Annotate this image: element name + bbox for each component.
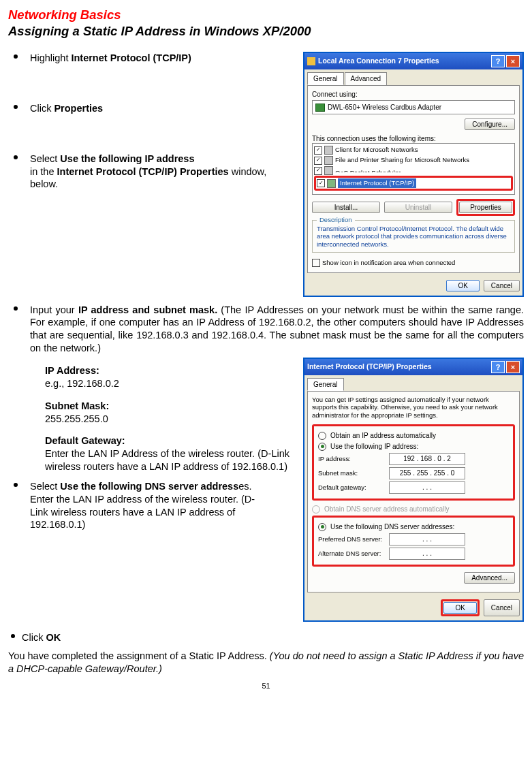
subnet-mask-heading: Subnet Mask: [45,400,290,413]
checkbox-show-icon[interactable] [312,259,320,267]
label-default-gateway: Default gateway: [318,484,385,492]
client-icon [324,146,333,155]
label-alternate-dns: Alternate DNS server: [318,550,385,558]
description-legend: Description [317,216,355,224]
help-button[interactable]: ? [491,55,505,67]
checkbox-icon[interactable]: ✓ [314,167,322,175]
tab-general[interactable]: General [307,378,344,391]
label-use-ip: Use the following IP address: [330,442,418,451]
cancel-button[interactable]: Cancel [484,599,520,616]
adapter-name: DWL-650+ Wireless Cardbus Adapter [328,103,441,112]
advanced-button[interactable]: Advanced... [464,572,515,584]
label-obtain-ip: Obtain an IP address automatically [330,431,436,440]
text-bold: Internet Protocol (TCP/IP) [71,52,191,63]
titlebar: Internet Protocol (TCP/IP) Properties ? … [304,359,522,375]
text: Click [22,632,46,643]
text: Enter the LAN IP address of the wireless… [30,494,255,531]
text-bold: Use the following IP address [60,153,194,164]
window-title: Local Area Connection 7 Properties [318,57,490,66]
ip-address-example: e.g., 192.168.0.2 [45,377,290,390]
text: Select [30,481,60,492]
text: You have completed the assignment of a S… [8,650,270,661]
tcpip-properties-window: Internet Protocol (TCP/IP) Properties ? … [303,358,524,622]
fp-icon [324,156,333,165]
item-file-print: File and Printer Sharing for Microsoft N… [335,156,469,164]
tab-general[interactable]: General [307,72,344,85]
radio-use-dns[interactable] [318,523,326,531]
text-bold: OK [46,632,61,643]
lan-properties-window: Local Area Connection 7 Properties ? × G… [303,52,524,297]
items-listbox[interactable]: ✓Client for Microsoft Networks ✓File and… [312,143,515,195]
text: Select [30,153,60,164]
label-uses-items: This connection uses the following items… [312,134,515,143]
label-subnet-mask: Subnet mask: [318,469,385,477]
cancel-button[interactable]: Cancel [484,280,520,291]
bullet-use-dns: Select Use the following DNS server addr… [8,480,290,531]
description-text: Transmission Control Protocol/Internet P… [317,225,510,248]
checkbox-icon[interactable]: ✓ [317,179,325,187]
subnet-mask-value: 255.255.255.0 [45,413,290,426]
input-ip-address[interactable]: 192 . 168 . 0 . 2 [389,453,465,465]
closing-text: You have completed the assignment of a S… [8,650,524,676]
label-obtain-dns: Obtain DNS server address automatically [324,505,449,513]
bullet-click-properties: Click Properties [8,102,290,115]
text: Click [30,103,54,114]
checkbox-icon[interactable]: ✓ [314,157,322,165]
ip-address-heading: IP Address: [45,364,290,377]
close-button[interactable]: × [506,361,520,373]
bullet-highlight: Highlight Internet Protocol (TCP/IP) [8,52,290,65]
configure-button[interactable]: Configure... [465,118,515,130]
input-default-gateway[interactable]: . . . [389,481,465,494]
input-preferred-dns[interactable]: . . . [389,533,465,545]
label-connect-using: Connect using: [312,90,515,99]
text-bold: Use the following DNS server address [60,481,238,492]
radio-obtain-ip[interactable] [318,432,326,440]
label-preferred-dns: Preferred DNS server: [318,535,385,543]
radio-obtain-dns [312,505,320,513]
text: Input your [30,304,78,315]
checkbox-icon[interactable]: ✓ [314,146,322,155]
tab-advanced[interactable]: Advanced [345,72,387,85]
default-gateway-text: Enter the LAN IP Address of the wireless… [45,447,290,473]
window-icon [307,57,315,65]
input-alternate-dns[interactable]: . . . [389,548,465,560]
default-gateway-heading: Default Gateway: [45,434,290,447]
uninstall-button: Uninstall [384,202,452,213]
properties-button[interactable]: Properties [459,202,512,213]
input-subnet-mask[interactable]: 255 . 255 . 255 . 0 [389,467,465,479]
adapter-field: DWL-650+ Wireless Cardbus Adapter [312,100,515,114]
label-show-icon: Show icon in notification area when conn… [322,259,455,267]
bullet-use-following-ip: Select Use the following IP address in t… [8,153,290,191]
qos-icon [324,166,333,175]
radio-use-ip[interactable] [318,443,326,451]
window-title: Internet Protocol (TCP/IP) Properties [307,362,490,372]
bullet-click-ok: Click OK [8,631,524,644]
page-title: Networking Basics [8,7,524,23]
label-use-dns: Use the following DNS server addresses: [330,522,454,531]
ok-button[interactable]: OK [443,602,476,614]
text-bold: Internet Protocol (TCP/IP) Properties [57,166,229,177]
text: in the [30,166,57,177]
text: es. [238,481,251,492]
item-qos: QoS Packet Scheduler [335,169,401,172]
ok-button[interactable]: OK [446,280,479,291]
titlebar: Local Area Connection 7 Properties ? × [304,53,522,69]
help-button[interactable]: ? [491,361,505,373]
bullet-input-ip: Input your IP address and subnet mask. (… [8,304,524,355]
install-button[interactable]: Install... [312,202,380,213]
item-client: Client for Microsoft Networks [335,146,418,154]
text-bold: Properties [54,103,103,114]
text: Highlight [30,52,71,63]
tcp-icon [327,179,336,188]
page-number: 51 [8,681,524,691]
label-ip-address: IP address: [318,455,385,463]
intro-text: You can get IP settings assigned automat… [312,396,515,419]
page-subtitle: Assigning a Static IP Address in Windows… [8,23,524,39]
close-button[interactable]: × [506,55,520,67]
text-bold: IP address and subnet mask. [78,304,217,315]
item-tcpip[interactable]: Internet Protocol (TCP/IP) [338,178,416,188]
network-adapter-icon [315,104,325,112]
